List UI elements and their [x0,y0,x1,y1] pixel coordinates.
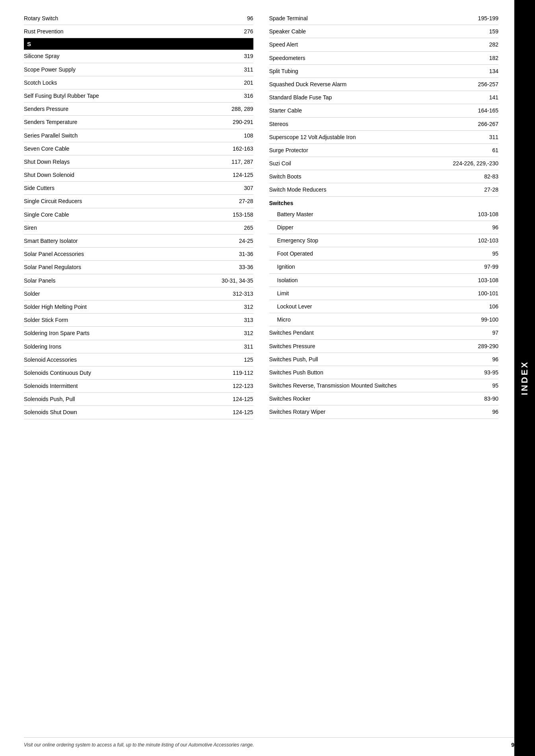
list-item: Scope Power Supply311 [24,63,253,76]
item-page: 100-101 [471,290,498,297]
item-page: 97 [471,329,498,336]
item-name: Stereos [269,120,471,128]
list-item: Rotary Switch96 [24,12,253,25]
list-item: Series Parallel Switch108 [24,129,253,142]
item-name: Limit [269,290,471,297]
list-item: Solder High Melting Point312 [24,300,253,314]
item-name: Silicone Spray [24,52,226,60]
item-name: Surge Protector [269,147,471,154]
item-page: 312-313 [226,290,253,297]
sub-section-header: Switches [269,197,499,208]
item-name: Solar Panels [24,277,222,284]
item-name: Solenoids Intermittent [24,382,226,390]
list-item: Self Fusing Butyl Rubber Tape316 [24,89,253,103]
list-item: Switches Pendant97 [269,326,499,339]
item-page: 124-125 [226,395,253,403]
section-header: S [24,38,253,50]
item-page: 195-199 [471,15,498,22]
item-name: Rust Prevention [24,28,226,35]
item-page: 312 [226,330,253,337]
item-name: Rotary Switch [24,15,226,22]
item-name: Scotch Locks [24,79,226,86]
item-page: 134 [471,68,498,75]
item-name: Senders Temperature [24,118,226,126]
item-name: Senders Pressure [24,105,226,112]
item-page: 102-103 [471,237,498,244]
item-page: 83-90 [471,395,498,402]
item-name: Switch Mode Reducers [269,186,471,193]
item-name: Scope Power Supply [24,66,226,73]
main-content: Rotary Switch96Rust Prevention276SSilico… [0,0,514,756]
item-name: Solder Stick Form [24,316,226,324]
list-item: Solder Stick Form313 [24,314,253,327]
item-page: 312 [226,303,253,310]
list-item: Smart Battery Isolator24-25 [24,235,253,248]
item-page: 124-125 [226,409,253,416]
item-page: 311 [471,134,498,141]
item-page: 103-108 [471,211,498,218]
item-name: Solder High Melting Point [24,303,226,310]
item-page: 307 [226,184,253,192]
item-page: 319 [226,52,253,60]
item-page: 95 [471,250,498,257]
item-name: Solder [24,290,226,297]
item-name: Shut Down Relays [24,158,226,165]
item-name: Split Tubing [269,68,471,75]
item-name: Switches Pendant [269,329,471,336]
list-item: Switches Rotary Wiper96 [269,405,499,419]
list-item: Spade Terminal195-199 [269,12,499,25]
list-item: Dipper96 [269,221,499,234]
item-page: 82-83 [471,173,498,180]
item-page: 311 [226,66,253,73]
item-page: 27-28 [471,186,498,193]
item-page: 282 [471,41,498,48]
item-page: 164-165 [471,107,498,114]
list-item: Suzi Coil224-226, 229,-230 [269,157,499,170]
item-name: Dipper [269,224,471,231]
list-item: Rust Prevention276 [24,25,253,38]
item-name: Micro [269,316,471,323]
item-page: 153-158 [226,211,253,218]
item-page: 106 [471,303,498,310]
list-item: Side Cutters307 [24,182,253,195]
item-page: 33-36 [226,264,253,271]
item-name: Suzi Coil [269,160,453,167]
item-page: 96 [471,356,498,363]
item-name: Side Cutters [24,184,226,192]
item-page: 311 [226,343,253,350]
item-name: Foot Operated [269,250,471,257]
list-item: Single Circuit Reducers27-28 [24,195,253,208]
item-name: Standard Blade Fuse Tap [269,94,471,101]
list-item: Limit100-101 [269,287,499,300]
item-name: Series Parallel Switch [24,132,226,139]
item-name: Smart Battery Isolator [24,237,226,244]
list-item: Micro99-100 [269,313,499,326]
list-item: Solenoids Push, Pull124-125 [24,393,253,406]
list-item: Shut Down Solenoid124-125 [24,169,253,182]
item-name: Switch Boots [269,173,471,180]
item-name: Squashed Duck Reverse Alarm [269,81,471,88]
item-name: Ignition [269,263,471,270]
index-tab-label: INDEX [519,361,530,395]
item-page: 108 [226,132,253,139]
list-item: Solenoids Intermittent122-123 [24,380,253,393]
item-name: Switches Rocker [269,395,471,402]
item-name: Solenoids Continuous Duty [24,369,226,376]
list-item: Senders Temperature290-291 [24,116,253,129]
list-item: Emergency Stop102-103 [269,234,499,247]
left-column: Rotary Switch96Rust Prevention276SSilico… [24,12,253,732]
item-page: 24-25 [226,237,253,244]
item-page: 31-36 [226,250,253,258]
list-item: Isolation103-108 [269,274,499,287]
footer-page: 9 [511,742,514,748]
item-name: Starter Cable [269,107,471,114]
list-item: Solenoids Shut Down124-125 [24,406,253,419]
list-item: Switch Boots82-83 [269,170,499,183]
item-name: Single Core Cable [24,211,226,218]
list-item: Shut Down Relays117, 287 [24,155,253,169]
item-page: 313 [226,316,253,324]
item-page: 125 [226,356,253,363]
list-item: Battery Master103-108 [269,208,499,221]
item-page: 162-163 [226,145,253,152]
list-item: Stereos266-267 [269,118,499,131]
